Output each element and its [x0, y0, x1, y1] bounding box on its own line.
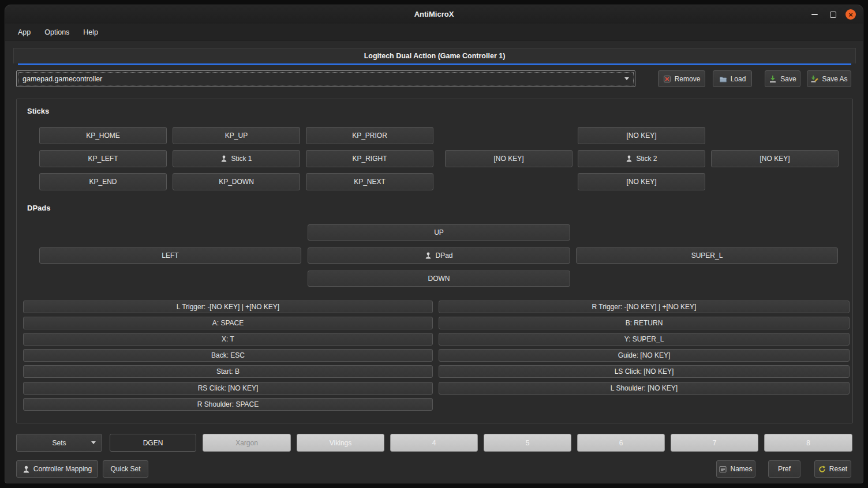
set-tab-6[interactable]: 6: [577, 434, 665, 452]
joystick-icon: [23, 466, 30, 473]
set-tab-5[interactable]: 5: [484, 434, 571, 452]
menubar: App Options Help: [5, 24, 863, 41]
reset-button-label: Reset: [829, 465, 847, 473]
dpad-center-button[interactable]: DPad: [308, 247, 570, 264]
guide-mapping-button[interactable]: Guide: [NO KEY]: [439, 349, 850, 362]
set-tab-vikings[interactable]: Vikings: [297, 434, 384, 452]
stick2-left-button[interactable]: [NO KEY]: [445, 150, 573, 167]
menu-item-options[interactable]: Options: [38, 25, 76, 39]
x-mapping-button[interactable]: X: T: [23, 333, 433, 346]
remove-button-label: Remove: [675, 75, 701, 83]
sticks-section-label: Sticks: [27, 107, 49, 115]
names-icon: [719, 466, 727, 473]
profile-combobox[interactable]: gamepad.gamecontroller: [16, 70, 635, 87]
minimize-button[interactable]: [809, 9, 820, 20]
app-window: AntiMicroX × App Options Help Logitech D…: [5, 5, 863, 483]
stick2-up-button[interactable]: [NO KEY]: [578, 127, 705, 144]
sets-dropdown[interactable]: Sets: [16, 434, 102, 452]
save-as-button-label: Save As: [822, 75, 847, 83]
dpad-down-button[interactable]: DOWN: [308, 271, 570, 287]
profile-combobox-value: gamepad.gamecontroller: [23, 75, 102, 83]
dropdown-arrow-icon: [91, 441, 96, 444]
set-tab-7[interactable]: 7: [671, 434, 758, 452]
joystick-icon: [220, 155, 227, 162]
close-button[interactable]: ×: [845, 9, 856, 20]
maximize-button[interactable]: [827, 9, 839, 20]
r-shoulder-mapping-button[interactable]: R Shoulder: SPACE: [23, 398, 433, 411]
stick1-left-button[interactable]: KP_LEFT: [39, 150, 167, 167]
reset-icon: [818, 466, 826, 473]
stick1-up-right-button[interactable]: KP_PRIOR: [306, 127, 433, 144]
close-icon: ×: [848, 11, 853, 18]
r-trigger-mapping-button[interactable]: R Trigger: -[NO KEY] | +[NO KEY]: [439, 301, 850, 313]
stick2-label: Stick 2: [636, 155, 657, 163]
save-as-icon: [810, 75, 818, 83]
stick1-down-right-button[interactable]: KP_NEXT: [306, 173, 433, 190]
quick-set-button[interactable]: Quick Set: [103, 460, 148, 478]
window-title: AntiMicroX: [5, 5, 863, 24]
stick1-center-button[interactable]: Stick 1: [173, 150, 300, 167]
dropdown-arrow-icon: [624, 77, 629, 80]
controller-mapping-label: Controller Mapping: [33, 465, 92, 473]
set-tab-xargon[interactable]: Xargon: [203, 434, 291, 452]
save-as-button[interactable]: Save As: [807, 70, 851, 87]
l-trigger-mapping-button[interactable]: L Trigger: -[NO KEY] | +[NO KEY]: [23, 301, 433, 313]
stick1-up-button[interactable]: KP_UP: [173, 127, 300, 144]
joystick-icon: [425, 252, 432, 259]
load-icon: [719, 75, 727, 83]
stick1-down-button[interactable]: KP_DOWN: [173, 173, 300, 190]
reset-button[interactable]: Reset: [814, 460, 851, 478]
sets-dropdown-label: Sets: [52, 439, 66, 447]
stick2-down-button[interactable]: [NO KEY]: [578, 173, 705, 190]
minimize-icon: [811, 14, 818, 15]
names-button-label: Names: [730, 465, 752, 473]
window-controls: ×: [809, 5, 856, 24]
dpad-up-button[interactable]: UP: [308, 224, 570, 241]
rs-click-mapping-button[interactable]: RS Click: [NO KEY]: [23, 382, 433, 395]
menu-item-help[interactable]: Help: [76, 25, 105, 39]
names-button[interactable]: Names: [716, 460, 755, 478]
stick1-up-left-button[interactable]: KP_HOME: [39, 127, 167, 144]
dpad-right-button[interactable]: SUPER_L: [576, 247, 838, 264]
save-button-label: Save: [780, 75, 796, 83]
l-shoulder-mapping-button[interactable]: L Shoulder: [NO KEY]: [439, 382, 850, 395]
back-mapping-button[interactable]: Back: ESC: [23, 349, 433, 362]
menu-item-app[interactable]: App: [11, 25, 38, 39]
remove-icon: [663, 75, 671, 83]
ls-click-mapping-button[interactable]: LS Click: [NO KEY]: [439, 365, 850, 378]
set-tab-8[interactable]: 8: [764, 434, 852, 452]
controller-tab[interactable]: Logitech Dual Action (Game Controller 1): [13, 48, 856, 63]
save-button[interactable]: Save: [765, 70, 800, 87]
save-icon: [769, 75, 777, 83]
screen: AntiMicroX × App Options Help Logitech D…: [0, 0, 868, 488]
maximize-icon: [830, 12, 836, 18]
titlebar[interactable]: AntiMicroX ×: [5, 5, 863, 24]
set-tab-4[interactable]: 4: [390, 434, 478, 452]
start-mapping-button[interactable]: Start: B: [23, 365, 433, 378]
dpad-left-button[interactable]: LEFT: [39, 247, 301, 264]
tab-accent-underline: [18, 63, 851, 65]
dpad-label: DPad: [435, 251, 452, 260]
load-button-label: Load: [731, 75, 746, 83]
dpads-section-label: DPads: [27, 204, 50, 212]
joystick-icon: [626, 155, 633, 162]
b-mapping-button[interactable]: B: RETURN: [439, 317, 850, 329]
stick1-right-button[interactable]: KP_RIGHT: [306, 150, 433, 167]
stick2-center-button[interactable]: Stick 2: [578, 150, 705, 167]
y-mapping-button[interactable]: Y: SUPER_L: [439, 333, 850, 346]
a-mapping-button[interactable]: A: SPACE: [23, 317, 433, 329]
stick1-label: Stick 1: [231, 155, 252, 163]
pref-button[interactable]: Pref: [768, 460, 800, 478]
stick1-down-left-button[interactable]: KP_END: [39, 173, 167, 190]
controller-mapping-button[interactable]: Controller Mapping: [16, 460, 98, 478]
controller-tab-label: Logitech Dual Action (Game Controller 1): [364, 52, 506, 60]
stick2-right-button[interactable]: [NO KEY]: [711, 150, 839, 167]
set-tab-dgen[interactable]: DGEN: [110, 434, 196, 452]
mapping-panel: Sticks KP_HOME KP_UP KP_PRIOR KP_LEFT St…: [16, 99, 853, 423]
load-button[interactable]: Load: [713, 70, 752, 87]
remove-button[interactable]: Remove: [658, 70, 705, 87]
